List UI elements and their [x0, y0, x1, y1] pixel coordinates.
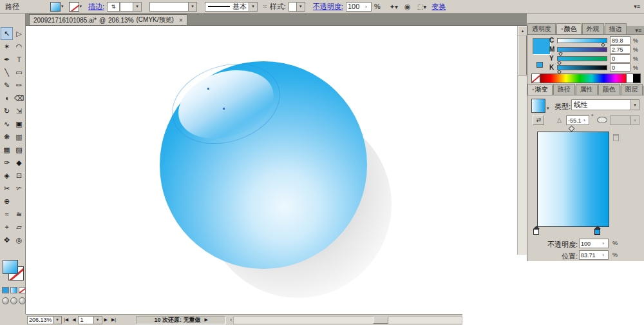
black-slider[interactable]: [557, 65, 607, 70]
stroke-link[interactable]: 描边:: [88, 2, 104, 12]
last-page-icon[interactable]: ▶|: [109, 317, 118, 322]
anchor-point[interactable]: [223, 108, 225, 110]
magenta-slider[interactable]: [557, 47, 607, 52]
tool-line[interactable]: ╲: [1, 66, 13, 79]
variable-width-combo[interactable]: ▾: [149, 2, 197, 12]
tool-free-transform[interactable]: ▣: [13, 117, 25, 130]
fill-dropdown-icon[interactable]: ▾: [61, 4, 64, 9]
tab-color2[interactable]: 颜色: [598, 84, 620, 95]
brush-combo[interactable]: 基本 ▾: [205, 2, 258, 12]
stroke-weight-stepper[interactable]: ⇅: [107, 2, 120, 12]
tab-appearance[interactable]: 外观: [582, 23, 604, 34]
gradient-stop-white[interactable]: [533, 229, 539, 235]
tool-direct-selection[interactable]: ▷: [13, 27, 25, 40]
black-value[interactable]: 0: [610, 63, 630, 72]
recolor-artwork-icon[interactable]: ◉: [404, 3, 411, 11]
tab-color[interactable]: 颜色: [556, 23, 582, 34]
tab-close-icon[interactable]: ×: [179, 17, 183, 24]
gradient-button[interactable]: [10, 287, 17, 293]
opacity-spinner-icon[interactable]: ›: [363, 3, 370, 11]
horizontal-scroll-thumb[interactable]: [373, 317, 388, 324]
yellow-value[interactable]: 0: [610, 54, 630, 63]
tool-pen[interactable]: ✒: [1, 53, 13, 66]
stroke-dropdown-icon[interactable]: ▾: [80, 4, 82, 9]
tab-stroke[interactable]: 描边: [605, 23, 627, 34]
cyan-slider[interactable]: [557, 38, 607, 43]
prev-page-icon[interactable]: ◀: [70, 317, 77, 322]
tool-hand[interactable]: ✥: [1, 233, 13, 246]
tool-eyedropper[interactable]: ✑: [1, 156, 13, 169]
style-combo[interactable]: ▾: [289, 2, 305, 12]
tool-wrinkle[interactable]: ≋: [13, 208, 25, 221]
stop-position-field[interactable]: 83.71 ›: [579, 250, 609, 260]
magenta-value[interactable]: 2.75: [610, 45, 630, 54]
tool-rotate[interactable]: ↻: [1, 104, 13, 117]
first-page-icon[interactable]: |◀: [62, 317, 70, 322]
tool-blob-brush[interactable]: ◖: [1, 92, 13, 104]
gradient-midpoint-marker[interactable]: [569, 126, 575, 132]
anchor-point[interactable]: [207, 88, 209, 90]
color-button[interactable]: [2, 287, 9, 293]
tool-zoom[interactable]: ◎: [13, 233, 25, 246]
scroll-left-icon[interactable]: ‹: [230, 317, 232, 323]
tool-blend[interactable]: ◆: [13, 156, 25, 169]
tool-live-paint-bucket[interactable]: ◈: [1, 169, 13, 182]
tool-symbol-sprayer[interactable]: ❋: [1, 130, 13, 143]
tab-layers[interactable]: 图层: [621, 84, 643, 95]
tool-artboard[interactable]: ⊕: [1, 195, 13, 208]
color-spectrum-bar[interactable]: [531, 74, 641, 83]
angle-spinner-icon[interactable]: ›: [582, 116, 587, 124]
tool-mesh[interactable]: ▦: [1, 143, 13, 156]
stop-opacity-field[interactable]: 100 ›: [579, 239, 609, 248]
tool-magic-wand[interactable]: ✶: [1, 40, 13, 53]
scroll-up-icon[interactable]: ▲: [518, 26, 527, 35]
fill-swatch[interactable]: [50, 2, 61, 12]
screen-mode-normal-button[interactable]: [2, 297, 9, 304]
vertical-scrollbar[interactable]: ▲: [517, 26, 527, 255]
zoom-level-combo[interactable]: 206.13% ▾: [27, 316, 62, 324]
tool-type[interactable]: T: [13, 53, 25, 66]
gradient-preview[interactable]: [537, 132, 609, 227]
tool-graph[interactable]: ▥: [13, 130, 25, 143]
tool-liquify[interactable]: ≈: [1, 208, 13, 221]
opacity-link[interactable]: 不透明度:: [313, 2, 343, 12]
reverse-gradient-button[interactable]: ⇄: [533, 115, 544, 125]
align-options-icon[interactable]: ⬚▾: [417, 3, 426, 10]
cyan-value[interactable]: 89.8: [610, 36, 630, 44]
tab-gradient[interactable]: 渐变: [527, 84, 553, 95]
tab-path[interactable]: 路径: [553, 84, 575, 95]
horizontal-scrollbar[interactable]: [233, 316, 462, 324]
tool-knife[interactable]: ✃: [13, 182, 25, 195]
select-similar-icon[interactable]: ✦▾: [390, 3, 398, 10]
tool-measure[interactable]: ▱: [13, 221, 25, 233]
gradient-angle-field[interactable]: -55.1 ›: [566, 115, 589, 125]
tab-attributes[interactable]: 属性: [576, 84, 598, 95]
tool-live-paint-selection[interactable]: ⊡: [13, 169, 25, 182]
canvas[interactable]: [26, 26, 517, 314]
undo-status-play-icon[interactable]: ▶: [205, 317, 208, 322]
control-bar-menu-icon[interactable]: ▾≡: [634, 3, 640, 10]
spectrum-none-swatch[interactable]: [532, 74, 540, 83]
yellow-slider[interactable]: [557, 56, 607, 61]
screen-mode-menubar-button[interactable]: [10, 297, 17, 304]
tool-rectangle[interactable]: ▭: [13, 66, 25, 79]
gradient-type-combo[interactable]: 线性 ▾: [571, 99, 639, 110]
document-tab[interactable]: 200921716101085.ai* @ 206.13% (CMYK/预览) …: [29, 14, 187, 25]
tab-transparency[interactable]: 透明度: [527, 23, 556, 34]
page-number-combo[interactable]: 1 ▾: [78, 316, 102, 324]
stroke-weight-combo[interactable]: ▾: [120, 2, 142, 12]
gradient-thumbnail-dropdown-icon[interactable]: ▾: [547, 106, 549, 111]
undo-status[interactable]: 10 次还原: 无重做 ▶: [136, 316, 226, 324]
delete-stop-icon[interactable]: [613, 134, 619, 141]
color-panel-menu-icon[interactable]: ▾≡: [632, 27, 644, 34]
spectrum-ramp[interactable]: [540, 74, 626, 83]
tool-eraser[interactable]: ⌫: [13, 92, 25, 104]
next-page-icon[interactable]: ▶: [102, 317, 109, 322]
tool-lasso[interactable]: ◠: [13, 40, 25, 53]
tool-target[interactable]: ⌖: [1, 221, 13, 233]
opacity-field[interactable]: 100 ›: [346, 2, 372, 12]
tool-scale[interactable]: ⇲: [13, 104, 25, 117]
spectrum-white-swatch[interactable]: [626, 74, 633, 83]
tool-selection[interactable]: ↖: [1, 27, 13, 40]
spectrum-black-swatch[interactable]: [633, 74, 640, 83]
